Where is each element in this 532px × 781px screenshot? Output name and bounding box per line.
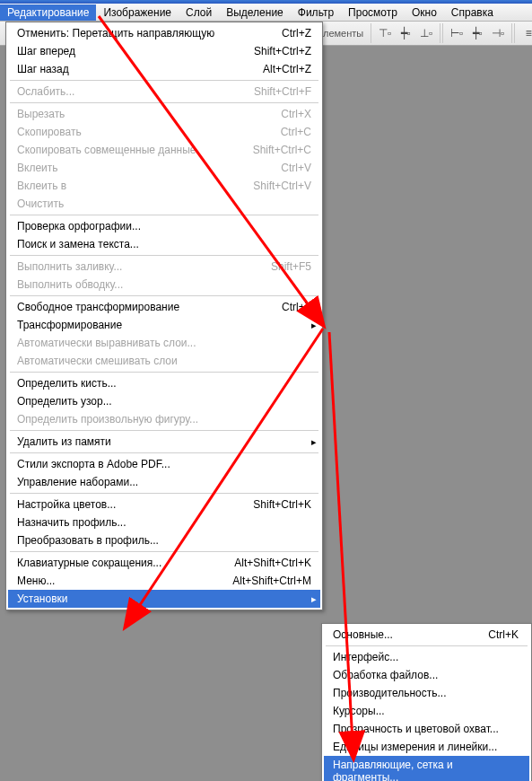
- menu-item-label: Шаг вперед: [17, 45, 75, 57]
- submenu-item[interactable]: Обработка файлов...: [324, 666, 529, 684]
- menu-item[interactable]: Клавиатурные сокращения...Alt+Shift+Ctrl…: [8, 554, 320, 572]
- menu-separator: [10, 102, 318, 103]
- menu-item-shortcut: Ctrl+Z: [282, 27, 311, 39]
- menu-item-label: Преобразовать в профиль...: [17, 534, 159, 547]
- menu-item-label: Клавиатурные сокращения...: [17, 557, 161, 569]
- menu-separator: [10, 493, 318, 494]
- menu-item-shortcut: Shift+Ctrl+C: [253, 144, 311, 156]
- menu-item: Автоматически выравнивать слои...: [8, 334, 320, 352]
- menubar-item-window[interactable]: Окно: [405, 4, 444, 21]
- menu-item: Скопировать совмещенные данныеShift+Ctrl…: [8, 141, 320, 159]
- menu-item-shortcut: Ctrl+V: [281, 162, 311, 174]
- menu-item: СкопироватьCtrl+C: [8, 123, 320, 141]
- menu-item-label: Назначить профиль...: [17, 516, 126, 529]
- submenu-item[interactable]: Направляющие, сетка и фрагменты...: [324, 756, 529, 781]
- menu-item[interactable]: Свободное трансформированиеCtrl+T: [8, 298, 320, 316]
- menu-item-label: Шаг назад: [17, 63, 69, 75]
- menu-item-label: Меню...: [17, 575, 55, 587]
- align-bottom-icon[interactable]: ⊥▫: [416, 24, 436, 42]
- menu-item-shortcut: Shift+Ctrl+F: [254, 85, 311, 98]
- menu-item-label: Скопировать совмещенные данные: [17, 144, 196, 156]
- menu-item-label: Трансформирование: [17, 319, 122, 331]
- menu-item[interactable]: Настройка цветов...Shift+Ctrl+K: [8, 496, 320, 513]
- align-tool-group: ⊤▫ ┿▫ ⊥▫: [371, 23, 440, 43]
- submenu-item[interactable]: Курсоры...: [324, 702, 529, 720]
- submenu-item-label: Единицы измерения и линейки...: [333, 741, 497, 753]
- submenu-item[interactable]: Основные...Ctrl+K: [324, 626, 529, 644]
- menu-item[interactable]: Удалить из памяти: [8, 433, 320, 451]
- submenu-item[interactable]: Производительность...: [324, 684, 529, 702]
- menu-item[interactable]: Стили экспорта в Adobe PDF...: [8, 455, 320, 473]
- menu-item[interactable]: Определить узор...: [8, 392, 320, 410]
- menu-item-label: Вклеить: [17, 162, 58, 174]
- preferences-submenu: Основные...Ctrl+KИнтерфейс...Обработка ф…: [321, 623, 532, 781]
- menu-item[interactable]: Отменить: Перетащить направляющуюCtrl+Z: [8, 24, 320, 42]
- menu-item[interactable]: Шаг впередShift+Ctrl+Z: [8, 42, 320, 60]
- menu-item: Выполнить заливку...Shift+F5: [8, 258, 320, 276]
- menubar-item-image[interactable]: Изображение: [96, 4, 179, 21]
- menubar-item-edit[interactable]: Редактирование: [0, 4, 96, 21]
- submenu-item-label: Интерфейс...: [333, 651, 398, 663]
- menu-item-label: Проверка орфографии...: [17, 220, 141, 233]
- menu-separator: [10, 80, 318, 81]
- menubar-item-layer[interactable]: Слой: [179, 4, 219, 21]
- menu-item-label: Стили экспорта в Adobe PDF...: [17, 458, 170, 470]
- menu-item: Выполнить обводку...: [8, 276, 320, 294]
- menu-item-shortcut: Alt+Shift+Ctrl+M: [232, 575, 311, 587]
- align-left-icon[interactable]: ⊢▫: [447, 24, 467, 42]
- menu-item: Вклеить вShift+Ctrl+V: [8, 177, 320, 195]
- menu-separator: [326, 645, 528, 646]
- menu-item-shortcut: Ctrl+X: [281, 108, 311, 120]
- submenu-item[interactable]: Единицы измерения и линейки...: [324, 738, 529, 756]
- submenu-item[interactable]: Прозрачность и цветовой охват...: [324, 720, 529, 738]
- menu-item[interactable]: Проверка орфографии...: [8, 217, 320, 235]
- menu-item-label: Установки: [17, 592, 67, 605]
- menu-item[interactable]: Установки: [8, 590, 320, 608]
- align-right-icon[interactable]: ⊣▫: [488, 24, 508, 42]
- menu-item-label: Автоматически выравнивать слои...: [17, 337, 196, 349]
- menu-item-label: Ослабить...: [17, 85, 74, 98]
- menu-item-label: Выполнить обводку...: [17, 278, 123, 291]
- menu-item-shortcut: Alt+Shift+Ctrl+K: [234, 557, 311, 569]
- submenu-item[interactable]: Интерфейс...: [324, 648, 529, 666]
- submenu-item-label: Производительность...: [333, 687, 446, 699]
- menu-item[interactable]: Меню...Alt+Shift+Ctrl+M: [8, 572, 320, 590]
- menu-item-label: Выполнить заливку...: [17, 260, 122, 273]
- menu-item-label: Вклеить в: [17, 180, 66, 192]
- align-hcenter-icon[interactable]: ┿▫: [467, 24, 487, 42]
- align-top-icon[interactable]: ⊤▫: [375, 24, 395, 42]
- menu-item-label: Свободное трансформирование: [17, 301, 179, 313]
- menu-item-label: Скопировать: [17, 126, 82, 138]
- align-vcenter-icon[interactable]: ┿▫: [396, 24, 415, 42]
- menu-item[interactable]: Трансформирование: [8, 316, 320, 334]
- menu-item: Определить произвольную фигуру...: [8, 410, 320, 428]
- menu-item[interactable]: Определить кисть...: [8, 374, 320, 392]
- menubar-item-view[interactable]: Просмотр: [341, 4, 405, 21]
- submenu-item-label: Курсоры...: [333, 705, 385, 717]
- submenu-item-shortcut: Ctrl+K: [488, 628, 519, 641]
- menu-item-label: Очистить: [17, 197, 64, 210]
- menu-item: Автоматически смешивать слои: [8, 352, 320, 370]
- menu-item-label: Определить кисть...: [17, 377, 117, 390]
- menu-item-shortcut: Alt+Ctrl+Z: [263, 63, 311, 75]
- menu-item-label: Отменить: Перетащить направляющую: [17, 27, 214, 39]
- menubar-item-filter[interactable]: Фильтр: [291, 4, 341, 21]
- distribute-tool-group: ≡: [514, 23, 532, 43]
- menu-item[interactable]: Управление наборами...: [8, 473, 320, 491]
- menu-item: ВырезатьCtrl+X: [8, 105, 320, 123]
- submenu-item-label: Обработка файлов...: [333, 669, 438, 681]
- menu-item-shortcut: Ctrl+T: [282, 301, 311, 313]
- align-tool-group-2: ⊢▫ ┿▫ ⊣▫: [442, 23, 512, 43]
- menu-item[interactable]: Шаг назадAlt+Ctrl+Z: [8, 60, 320, 78]
- menu-item-shortcut: Shift+F5: [271, 260, 311, 273]
- menu-item[interactable]: Назначить профиль...: [8, 513, 320, 531]
- menu-item[interactable]: Поиск и замена текста...: [8, 235, 320, 253]
- menubar-item-select[interactable]: Выделение: [219, 4, 291, 21]
- menu-separator: [10, 430, 318, 431]
- menubar-item-help[interactable]: Справка: [444, 4, 501, 21]
- distribute-icon[interactable]: ≡: [519, 24, 532, 42]
- edit-menu-dropdown: Отменить: Перетащить направляющуюCtrl+ZШ…: [5, 22, 323, 610]
- menu-item[interactable]: Преобразовать в профиль...: [8, 531, 320, 549]
- menu-item-label: Автоматически смешивать слои: [17, 355, 178, 367]
- menu-item-shortcut: Shift+Ctrl+V: [253, 180, 311, 192]
